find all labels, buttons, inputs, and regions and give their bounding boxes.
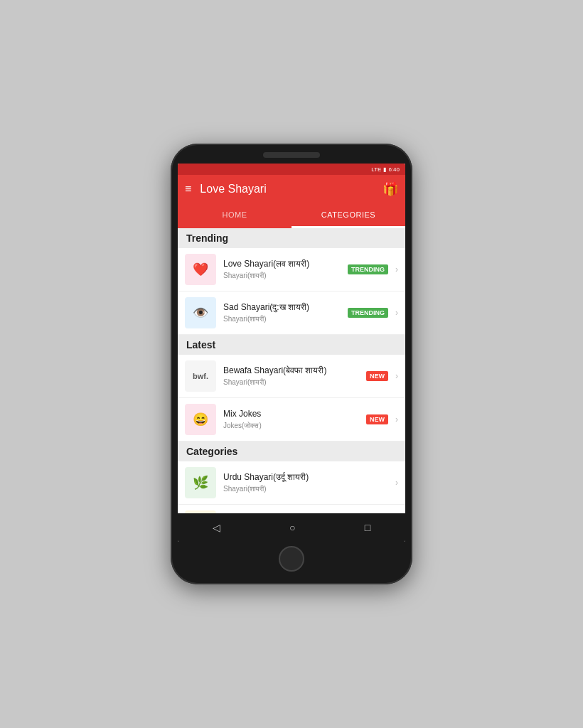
item-title-bewafa-shayari: Bewafa Shayari(बेवफा शायरी) [223, 365, 366, 377]
item-subtitle-mix-jokes: Jokes(जोक्स) [223, 422, 366, 430]
content-area: Trending ❤️ Love Shayari(लव शायरी) Shaya… [178, 228, 405, 513]
app-title: Love Shayari [200, 183, 383, 196]
item-subtitle-love-shayari: Shayari(शायरी) [223, 272, 348, 280]
chevron-urdu: › [395, 478, 398, 488]
status-bar: LTE ▮ 6:40 [178, 164, 405, 175]
tab-home[interactable]: HOME [178, 203, 292, 228]
item-title-mix-jokes: Mix Jokes [223, 409, 366, 420]
badge-trending-love: TRENDING [348, 264, 388, 274]
list-item-zindagi-shayari[interactable]: ✍️ Shayari on Zindagi(ज़िन्दगी शायरी) Sh… [178, 505, 405, 513]
section-header-categories: Categories [178, 441, 405, 461]
menu-icon[interactable]: ≡ [185, 183, 191, 196]
network-indicator: LTE [371, 166, 381, 173]
phone-home-button[interactable] [279, 546, 304, 572]
back-button[interactable]: ◁ [204, 519, 229, 536]
item-info-love-shayari: Love Shayari(लव शायरी) Shayari(शायरी) [223, 259, 348, 280]
chevron-mix: › [395, 414, 398, 424]
list-item-mix-jokes[interactable]: 😄 Mix Jokes Jokes(जोक्स) NEW › [178, 398, 405, 441]
chevron-love: › [395, 264, 398, 274]
chevron-bewafa: › [395, 371, 398, 381]
item-info-sad-shayari: Sad Shayari(दु:ख शायरी) Shayari(शायरी) [223, 302, 348, 323]
badge-trending-sad: TRENDING [348, 308, 388, 318]
item-info-mix-jokes: Mix Jokes Jokes(जोक्स) [223, 409, 366, 430]
thumb-mix-jokes: 😄 [185, 404, 216, 435]
item-title-love-shayari: Love Shayari(लव शायरी) [223, 259, 348, 270]
tabs-container: HOME CATEGORIES [178, 203, 405, 228]
badge-new-bewafa: NEW [366, 371, 388, 381]
list-item-bewafa-shayari[interactable]: bwf. Bewafa Shayari(बेवफा शायरी) Shayari… [178, 355, 405, 398]
thumb-urdu-shayari: 🌿 [185, 467, 216, 498]
thumb-sad-shayari: 👁️ [185, 297, 216, 328]
home-button[interactable]: ○ [281, 519, 304, 536]
phone-device: LTE ▮ 6:40 ≡ Love Shayari 🎁 HOME CATEGOR… [171, 144, 412, 584]
phone-screen: LTE ▮ 6:40 ≡ Love Shayari 🎁 HOME CATEGOR… [178, 164, 405, 542]
item-info-urdu-shayari: Urdu Shayari(उर्दू शायरी) Shayari(शायरी) [223, 472, 392, 493]
gift-icon[interactable]: 🎁 [383, 181, 398, 197]
thumb-zindagi-shayari: ✍️ [185, 510, 216, 513]
list-item-love-shayari[interactable]: ❤️ Love Shayari(लव शायरी) Shayari(शायरी)… [178, 248, 405, 291]
status-icons: LTE ▮ 6:40 [371, 166, 400, 173]
item-subtitle-bewafa-shayari: Shayari(शायरी) [223, 378, 366, 387]
section-header-latest: Latest [178, 335, 405, 355]
thumb-bewafa-shayari: bwf. [185, 360, 216, 392]
badge-new-mix: NEW [366, 414, 388, 424]
app-bar: ≡ Love Shayari 🎁 [178, 175, 405, 203]
item-subtitle-urdu-shayari: Shayari(शायरी) [223, 485, 392, 493]
item-info-bewafa-shayari: Bewafa Shayari(बेवफा शायरी) Shayari(शायर… [223, 365, 366, 387]
bottom-nav: ◁ ○ □ [178, 513, 405, 542]
clock: 6:40 [388, 166, 400, 173]
chevron-sad: › [395, 308, 398, 318]
recent-button[interactable]: □ [356, 519, 379, 536]
tab-categories[interactable]: CATEGORIES [292, 203, 405, 228]
list-item-sad-shayari[interactable]: 👁️ Sad Shayari(दु:ख शायरी) Shayari(शायरी… [178, 291, 405, 335]
item-title-sad-shayari: Sad Shayari(दु:ख शायरी) [223, 302, 348, 314]
phone-speaker [263, 152, 320, 158]
battery-icon: ▮ [383, 166, 386, 173]
thumb-love-shayari: ❤️ [185, 254, 216, 285]
item-title-urdu-shayari: Urdu Shayari(उर्दू शायरी) [223, 472, 392, 483]
section-header-trending: Trending [178, 228, 405, 248]
item-subtitle-sad-shayari: Shayari(शायरी) [223, 315, 348, 323]
list-item-urdu-shayari[interactable]: 🌿 Urdu Shayari(उर्दू शायरी) Shayari(शायर… [178, 461, 405, 505]
